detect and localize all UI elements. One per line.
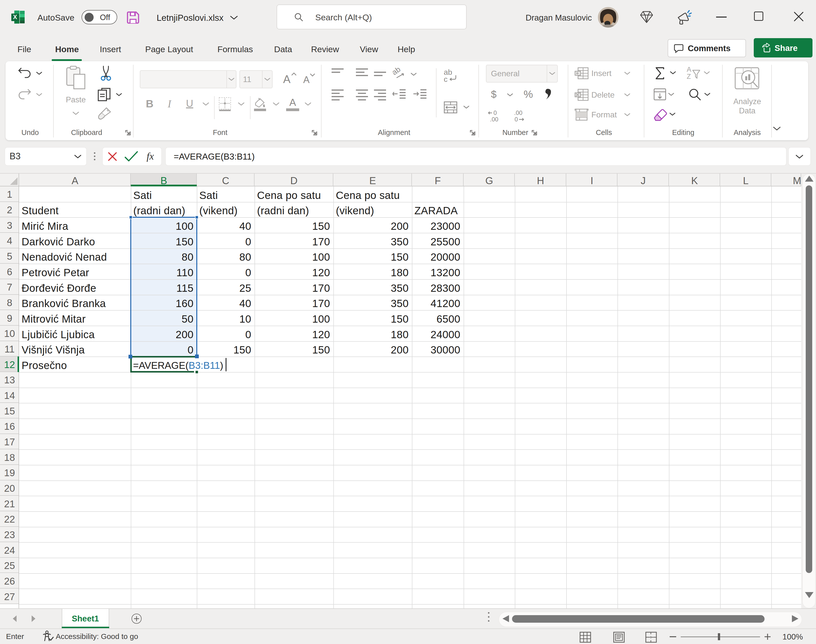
svg-text:X: X — [13, 14, 17, 20]
svg-text:.00: .00 — [514, 110, 522, 116]
svg-text:0: 0 — [493, 110, 497, 116]
svg-text:Z: Z — [687, 73, 691, 79]
svg-text:0: 0 — [515, 116, 518, 123]
svg-text:A: A — [687, 66, 691, 73]
svg-text:c: c — [444, 75, 447, 83]
svg-text:.00: .00 — [490, 116, 498, 123]
